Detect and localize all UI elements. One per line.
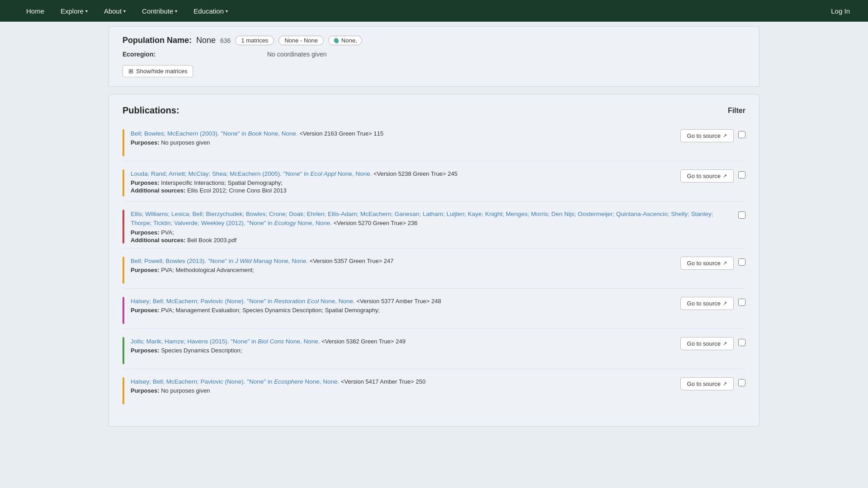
pub-item-1: Bell; Bowles; McEachern (2003). "None" i… <box>123 125 745 161</box>
go-to-source-button-1[interactable]: Go to source ↗ <box>680 129 734 142</box>
pub-actions-2: Go to source ↗ <box>680 169 745 183</box>
pub-content-2: Louda; Rand; Arnett; McClay; Shea; McEac… <box>131 169 671 194</box>
pub-item-7: Halsey; Bell; McEachern; Pavlovic (None)… <box>123 373 745 409</box>
pub-link-7[interactable]: Halsey; Bell; McEachern; Pavlovic (None)… <box>131 378 339 385</box>
education-caret: ▾ <box>226 9 228 14</box>
external-link-icon: ↗ <box>723 381 727 387</box>
go-to-source-button-2[interactable]: Go to source ↗ <box>680 169 734 183</box>
pub-actions-6: Go to source ↗ <box>680 337 745 350</box>
pub-accent-bar-5 <box>123 297 124 324</box>
pub-checkbox-6[interactable] <box>738 339 745 346</box>
ecoregion-value: No coordinates given <box>267 51 327 58</box>
show-hide-matrices-button[interactable]: ⊞ Show/hide matrices <box>123 65 193 77</box>
pub-link-line-6: Jolls; Marik; Hamze; Havens (2015). "Non… <box>131 337 671 346</box>
pub-meta-1: <Version 2163 Green True> 115 <box>298 130 383 137</box>
page-wrap: Population Name: None 636 1 matrices Non… <box>108 26 760 445</box>
pub-purposes-2: Purposes: Interspecific Interactions; Sp… <box>131 179 671 186</box>
nav-about[interactable]: About ▾ <box>96 0 134 22</box>
pub-purposes-4: Purposes: PVA; Methodological Advancemen… <box>131 267 671 273</box>
matrices-badge: 1 matrices <box>235 36 274 45</box>
pub-purposes-3: Purposes: PVA; <box>131 229 729 236</box>
nav-home[interactable]: Home <box>18 0 52 22</box>
pub-purposes-5: Purposes: PVA; Management Evaluation; Sp… <box>131 307 671 314</box>
go-to-source-button-5[interactable]: Go to source ↗ <box>680 297 734 310</box>
pub-item-4: Bell; Powell; Bowles (2013). "None" in J… <box>123 252 745 289</box>
pub-item-6: Jolls; Marik; Hamze; Havens (2015). "Non… <box>123 333 745 369</box>
pop-name-value: None <box>196 36 216 45</box>
nav-contribute[interactable]: Contribute ▾ <box>134 0 185 22</box>
publications-header: Publications: Filter <box>123 105 745 116</box>
external-link-icon: ↗ <box>723 341 727 347</box>
pub-actions-3 <box>738 210 745 219</box>
pub-checkbox-5[interactable] <box>738 299 745 306</box>
pub-content-6: Jolls; Marik; Hamze; Havens (2015). "Non… <box>131 337 671 354</box>
pub-meta-2: <Version 5238 Green True> 245 <box>372 170 458 177</box>
pub-link-5[interactable]: Halsey; Bell; McEachern; Pavlovic (None)… <box>131 298 355 305</box>
go-to-source-button-4[interactable]: Go to source ↗ <box>680 257 734 270</box>
go-to-source-button-6[interactable]: Go to source ↗ <box>680 337 734 350</box>
pub-link-line-3: Ellis; Williams; Lesica; Bell; Bierzychu… <box>131 210 729 228</box>
pub-accent-bar-2 <box>123 169 124 197</box>
explore-caret: ▾ <box>85 9 88 14</box>
range-badge: None - None <box>278 36 324 45</box>
pub-link-3[interactable]: Ellis; Williams; Lesica; Bell; Bierzychu… <box>131 211 713 226</box>
pub-additional-sources-2: Additional sources: Ellis Ecol 2012; Cro… <box>131 187 671 194</box>
nav-items: Home Explore ▾ About ▾ Contribute ▾ Educ… <box>18 0 850 22</box>
pub-meta-4: <Version 5357 Green True> 247 <box>308 258 393 264</box>
pub-purposes-1: Purposes: No purposes given <box>131 139 671 146</box>
pub-content-4: Bell; Powell; Bowles (2013). "None" in J… <box>131 257 671 273</box>
pub-link-1[interactable]: Bell; Bowles; McEachern (2003). "None" i… <box>131 130 298 137</box>
pub-checkbox-1[interactable] <box>738 131 745 138</box>
pub-content-3: Ellis; Williams; Lesica; Bell; Bierzychu… <box>131 210 729 244</box>
pub-item-2: Louda; Rand; Arnett; McClay; Shea; McEac… <box>123 165 745 202</box>
pub-actions-1: Go to source ↗ <box>680 129 745 142</box>
pub-item-5: Halsey; Bell; McEachern; Pavlovic (None)… <box>123 292 745 329</box>
pub-accent-bar-6 <box>123 337 124 364</box>
pub-accent-bar-4 <box>123 257 124 284</box>
pub-content-7: Halsey; Bell; McEachern; Pavlovic (None)… <box>131 377 671 394</box>
nav-explore[interactable]: Explore ▾ <box>52 0 96 22</box>
pub-link-line-4: Bell; Powell; Bowles (2013). "None" in J… <box>131 257 671 266</box>
filter-label: Filter <box>728 107 745 115</box>
pub-actions-4: Go to source ↗ <box>680 257 745 270</box>
icon-badge: None, <box>328 36 362 45</box>
pub-checkbox-2[interactable] <box>738 171 745 178</box>
population-name-row: Population Name: None 636 1 matrices Non… <box>123 36 745 45</box>
svg-point-0 <box>333 38 340 44</box>
matrices-grid-icon: ⊞ <box>128 68 133 75</box>
pub-meta-6: <Version 5382 Green True> 249 <box>320 338 406 345</box>
pub-link-line-1: Bell; Bowles; McEachern (2003). "None" i… <box>131 129 671 138</box>
nav-education[interactable]: Education ▾ <box>185 0 236 22</box>
navbar: Home Explore ▾ About ▾ Contribute ▾ Educ… <box>0 0 868 22</box>
leaf-icon <box>333 38 340 44</box>
contribute-caret: ▾ <box>175 9 177 14</box>
pub-accent-bar-3 <box>123 210 124 244</box>
pop-name-label: Population Name: <box>123 36 192 45</box>
pub-link-line-2: Louda; Rand; Arnett; McClay; Shea; McEac… <box>131 169 671 178</box>
external-link-icon: ↗ <box>723 173 727 179</box>
pub-content-1: Bell; Bowles; McEachern (2003). "None" i… <box>131 129 671 146</box>
go-to-source-button-7[interactable]: Go to source ↗ <box>680 377 734 390</box>
pub-checkbox-7[interactable] <box>738 379 745 386</box>
pub-link-line-7: Halsey; Bell; McEachern; Pavlovic (None)… <box>131 377 671 386</box>
pub-link-2[interactable]: Louda; Rand; Arnett; McClay; Shea; McEac… <box>131 170 372 177</box>
external-link-icon: ↗ <box>723 260 727 266</box>
pub-additional-sources-3: Additional sources: Bell Book 2003.pdf <box>131 237 729 244</box>
pub-purposes-7: Purposes: No purposes given <box>131 387 671 394</box>
pub-link-4[interactable]: Bell; Powell; Bowles (2013). "None" in J… <box>131 258 308 264</box>
publications-list: Bell; Bowles; McEachern (2003). "None" i… <box>123 125 745 409</box>
pub-meta-7: <Version 5417 Amber True> 250 <box>339 378 425 385</box>
publications-title: Publications: <box>123 105 179 116</box>
pub-checkbox-3[interactable] <box>738 211 745 219</box>
pub-actions-7: Go to source ↗ <box>680 377 745 390</box>
ecoregion-label: Ecoregion: <box>123 51 267 58</box>
login-button[interactable]: Log In <box>831 7 850 15</box>
pub-meta-5: <Version 5377 Amber True> 248 <box>355 298 441 305</box>
pub-meta-3: <Version 5270 Green True> 236 <box>332 220 417 226</box>
pub-checkbox-4[interactable] <box>738 258 745 266</box>
pop-name-count: 636 <box>220 37 231 44</box>
pub-actions-5: Go to source ↗ <box>680 297 745 310</box>
pub-link-6[interactable]: Jolls; Marik; Hamze; Havens (2015). "Non… <box>131 338 320 345</box>
pub-accent-bar-1 <box>123 129 124 156</box>
external-link-icon: ↗ <box>723 300 727 306</box>
